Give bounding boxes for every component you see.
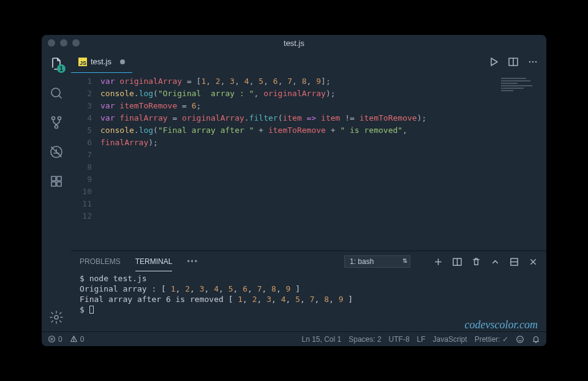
status-language[interactable]: JavaScript: [433, 335, 467, 344]
svg-point-13: [536, 62, 537, 62]
error-count: 0: [58, 335, 62, 344]
split-terminal-icon[interactable]: [453, 257, 462, 266]
traffic-lights: [48, 39, 80, 47]
trash-icon[interactable]: [472, 257, 481, 266]
explorer-icon[interactable]: 1: [48, 56, 64, 72]
svg-rect-7: [57, 182, 61, 186]
main-column: JS test.js 123456789101112 var originalA…: [71, 51, 546, 331]
svg-point-17: [517, 336, 524, 342]
tab-terminal[interactable]: TERMINAL: [135, 252, 173, 271]
editor-area: 123456789101112 var originalArray = [1, …: [71, 73, 546, 251]
titlebar[interactable]: test.js: [42, 35, 546, 51]
debug-icon[interactable]: [48, 144, 64, 160]
source-control-icon[interactable]: [48, 115, 64, 130]
bell-icon[interactable]: [532, 335, 540, 344]
feedback-icon[interactable]: [516, 335, 524, 344]
dirty-indicator-icon: [120, 59, 125, 64]
chevron-up-icon[interactable]: [491, 257, 500, 266]
line-gutter: 123456789101112: [71, 73, 100, 251]
editor-window: test.js 1: [42, 35, 546, 346]
new-terminal-icon[interactable]: [434, 257, 443, 266]
panel-actions: [434, 257, 538, 266]
minimap-lines: [501, 78, 543, 91]
panel-tabs: PROBLEMS TERMINAL ••• 1: bash: [71, 251, 546, 272]
terminal-output[interactable]: $ node test.jsOriginal array : [ 1, 2, 3…: [71, 272, 546, 331]
close-window-button[interactable]: [48, 39, 55, 47]
status-eol[interactable]: LF: [417, 335, 426, 344]
bottom-panel: PROBLEMS TERMINAL ••• 1: bash $ node tes…: [71, 251, 546, 331]
status-errors[interactable]: 0: [48, 335, 62, 344]
tab-problems[interactable]: PROBLEMS: [80, 252, 121, 271]
code-editor[interactable]: var originalArray = [1, 2, 3, 4, 5, 6, 7…: [100, 73, 497, 251]
status-prettier[interactable]: Prettier: ✓: [475, 335, 508, 344]
svg-point-9: [55, 315, 58, 319]
explorer-badge: 1: [57, 64, 66, 73]
svg-rect-6: [51, 182, 56, 186]
tab-bar: JS test.js: [71, 51, 546, 73]
svg-point-11: [530, 62, 530, 62]
extensions-icon[interactable]: [48, 173, 64, 189]
activity-bar: 1: [42, 51, 71, 331]
svg-rect-5: [51, 176, 56, 181]
search-icon[interactable]: [48, 85, 64, 101]
editor-actions: [489, 51, 546, 73]
minimize-window-button[interactable]: [60, 39, 67, 47]
window-title: test.js: [284, 39, 304, 48]
status-encoding[interactable]: UTF-8: [389, 335, 410, 344]
minimap[interactable]: [497, 73, 546, 251]
body: 1 JS test.js: [42, 51, 546, 331]
status-spaces[interactable]: Spaces: 2: [349, 335, 381, 344]
javascript-file-icon: JS: [78, 58, 87, 66]
settings-icon[interactable]: [48, 309, 64, 325]
tab-test-js[interactable]: JS test.js: [71, 51, 132, 73]
split-editor-icon[interactable]: [508, 57, 518, 67]
status-bar: 0 0 Ln 15, Col 1 Spaces: 2 UTF-8 LF Java…: [42, 331, 546, 346]
tab-label: test.js: [91, 57, 111, 66]
status-cursor[interactable]: Ln 15, Col 1: [302, 335, 342, 344]
close-panel-icon[interactable]: [529, 257, 538, 266]
run-icon[interactable]: [489, 57, 499, 67]
status-warnings[interactable]: 0: [70, 335, 85, 344]
panel-more-icon[interactable]: •••: [187, 257, 198, 266]
warning-count: 0: [80, 335, 85, 344]
more-actions-icon[interactable]: [528, 57, 538, 67]
svg-point-12: [533, 62, 533, 62]
maximize-window-button[interactable]: [72, 39, 80, 47]
watermark: codevscolor.com: [465, 320, 538, 330]
terminal-select[interactable]: 1: bash: [344, 255, 410, 268]
maximize-panel-icon[interactable]: [510, 257, 519, 266]
svg-rect-8: [57, 176, 61, 181]
